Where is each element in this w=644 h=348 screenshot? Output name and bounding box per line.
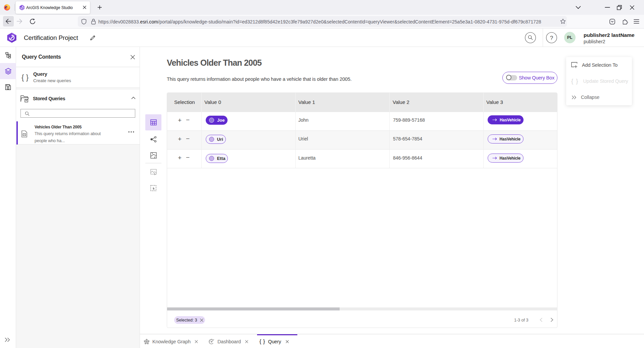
svg-text:?: ? [550,35,553,41]
